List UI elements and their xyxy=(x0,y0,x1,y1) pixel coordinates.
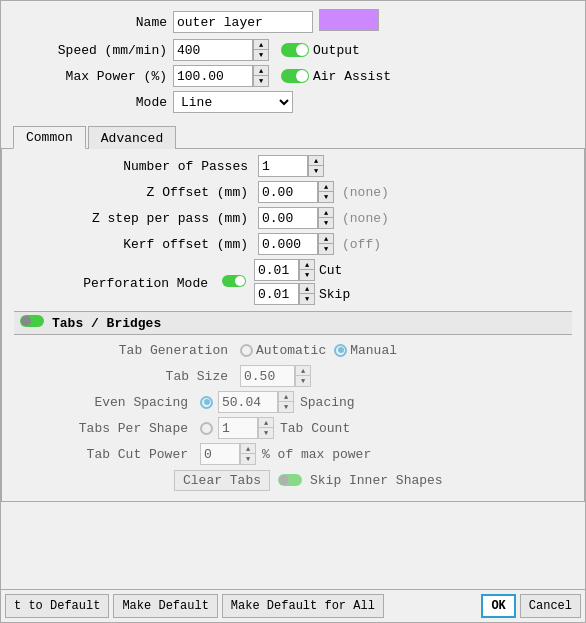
tab-cut-power-spinner[interactable]: ▲ ▼ xyxy=(240,443,256,465)
tab-advanced[interactable]: Advanced xyxy=(88,126,176,149)
tab-cut-power-input[interactable] xyxy=(200,443,240,465)
z-step-label: Z step per pass (mm) xyxy=(14,211,254,226)
tab-cut-power-unit: % of max power xyxy=(262,447,371,462)
z-offset-input[interactable] xyxy=(258,181,318,203)
tabs-per-shape-up-icon[interactable]: ▲ xyxy=(259,418,273,428)
kerf-input[interactable] xyxy=(258,233,318,255)
tab-size-up-icon[interactable]: ▲ xyxy=(296,366,310,376)
perf-cut-up-icon[interactable]: ▲ xyxy=(300,260,314,270)
make-default-all-button[interactable]: Make Default for All xyxy=(222,594,384,618)
z-step-spinner[interactable]: ▲ ▼ xyxy=(318,207,334,229)
skip-inner-toggle[interactable] xyxy=(278,474,302,486)
kerf-spinner[interactable]: ▲ ▼ xyxy=(318,233,334,255)
z-offset-spinner[interactable]: ▲ ▼ xyxy=(318,181,334,203)
speed-input[interactable] xyxy=(173,39,253,61)
tab-content-common: Number of Passes ▲ ▼ Z Offset (mm) ▲ ▼ (… xyxy=(1,149,585,502)
kerf-label: Kerf offset (mm) xyxy=(14,237,254,252)
even-spacing-up-icon[interactable]: ▲ xyxy=(279,392,293,402)
passes-up-icon[interactable]: ▲ xyxy=(309,156,323,166)
max-power-spinner[interactable]: ▲ ▼ xyxy=(253,65,269,87)
z-offset-down-icon[interactable]: ▼ xyxy=(319,192,333,202)
speed-label: Speed (mm/min) xyxy=(13,43,173,58)
tab-count-label: Tab Count xyxy=(280,421,350,436)
perf-cut-label: Cut xyxy=(319,263,342,278)
name-input[interactable] xyxy=(173,11,313,33)
speed-up-icon[interactable]: ▲ xyxy=(254,40,268,50)
cancel-button[interactable]: Cancel xyxy=(520,594,581,618)
tabs-bridges-label: Tabs / Bridges xyxy=(52,316,161,331)
speed-spinner[interactable]: ▲ ▼ xyxy=(253,39,269,61)
z-offset-label: Z Offset (mm) xyxy=(14,185,254,200)
kerf-down-icon[interactable]: ▼ xyxy=(319,244,333,254)
bottom-bar: t to Default Make Default Make Default f… xyxy=(1,589,585,622)
tab-gen-auto-label: Automatic xyxy=(256,343,326,358)
tab-cut-power-up-icon[interactable]: ▲ xyxy=(241,444,255,454)
tabs-bridges-toggle[interactable] xyxy=(20,315,44,327)
kerf-none: (off) xyxy=(342,237,381,252)
make-default-button[interactable]: Make Default xyxy=(113,594,217,618)
name-label: Name xyxy=(13,15,173,30)
spacing-label: Spacing xyxy=(300,395,355,410)
tab-size-input[interactable] xyxy=(240,365,295,387)
tabs-per-shape-spinner[interactable]: ▲ ▼ xyxy=(258,417,274,439)
z-step-down-icon[interactable]: ▼ xyxy=(319,218,333,228)
color-picker[interactable] xyxy=(319,9,379,31)
tabs-per-shape-radio[interactable] xyxy=(200,422,213,435)
kerf-up-icon[interactable]: ▲ xyxy=(319,234,333,244)
max-power-down-icon[interactable]: ▼ xyxy=(254,76,268,86)
skip-inner-label: Skip Inner Shapes xyxy=(310,473,443,488)
perf-label: Perforation Mode xyxy=(14,276,214,291)
max-power-label: Max Power (%) xyxy=(13,69,173,84)
tab-gen-auto-radio[interactable] xyxy=(240,344,253,357)
tab-gen-label: Tab Generation xyxy=(14,343,234,358)
perf-cut-down-icon[interactable]: ▼ xyxy=(300,270,314,280)
perf-skip-up-icon[interactable]: ▲ xyxy=(300,284,314,294)
speed-down-icon[interactable]: ▼ xyxy=(254,50,268,60)
reset-default-button[interactable]: t to Default xyxy=(5,594,109,618)
tab-cut-power-label: Tab Cut Power xyxy=(14,447,194,462)
passes-spinner[interactable]: ▲ ▼ xyxy=(308,155,324,177)
perf-skip-down-icon[interactable]: ▼ xyxy=(300,294,314,304)
passes-down-icon[interactable]: ▼ xyxy=(309,166,323,176)
tabs-per-shape-label: Tabs Per Shape xyxy=(14,421,194,436)
even-spacing-down-icon[interactable]: ▼ xyxy=(279,402,293,412)
z-offset-none: (none) xyxy=(342,185,389,200)
perf-skip-spinner[interactable]: ▲ ▼ xyxy=(299,283,315,305)
even-spacing-input[interactable] xyxy=(218,391,278,413)
passes-label: Number of Passes xyxy=(14,159,254,174)
tabs-per-shape-input[interactable] xyxy=(218,417,258,439)
mode-label: Mode xyxy=(13,95,173,110)
z-step-input[interactable] xyxy=(258,207,318,229)
perf-cut-input[interactable] xyxy=(254,259,299,281)
air-assist-toggle[interactable] xyxy=(281,69,309,83)
perf-toggle[interactable] xyxy=(222,275,246,287)
perf-skip-input[interactable] xyxy=(254,283,299,305)
max-power-up-icon[interactable]: ▲ xyxy=(254,66,268,76)
perf-skip-label: Skip xyxy=(319,287,350,302)
tab-gen-manual-label: Manual xyxy=(350,343,397,358)
tab-gen-manual-radio[interactable] xyxy=(334,344,347,357)
air-assist-label: Air Assist xyxy=(313,69,391,84)
output-toggle[interactable] xyxy=(281,43,309,57)
even-spacing-radio[interactable] xyxy=(200,396,213,409)
z-offset-up-icon[interactable]: ▲ xyxy=(319,182,333,192)
tab-size-spinner[interactable]: ▲ ▼ xyxy=(295,365,311,387)
passes-input[interactable] xyxy=(258,155,308,177)
tab-size-down-icon[interactable]: ▼ xyxy=(296,376,310,386)
output-label: Output xyxy=(313,43,360,58)
max-power-input[interactable] xyxy=(173,65,253,87)
tab-size-label: Tab Size xyxy=(14,369,234,384)
tabs-per-shape-down-icon[interactable]: ▼ xyxy=(259,428,273,438)
tabs-bridges-section: Tabs / Bridges xyxy=(14,311,572,335)
even-spacing-label: Even Spacing xyxy=(14,395,194,410)
tab-common[interactable]: Common xyxy=(13,126,86,149)
z-step-up-icon[interactable]: ▲ xyxy=(319,208,333,218)
tab-cut-power-down-icon[interactable]: ▼ xyxy=(241,454,255,464)
mode-select[interactable]: Line Fill Offset Fill xyxy=(173,91,293,113)
ok-button[interactable]: OK xyxy=(481,594,515,618)
clear-tabs-button[interactable]: Clear Tabs xyxy=(174,470,270,491)
z-step-none: (none) xyxy=(342,211,389,226)
perf-cut-spinner[interactable]: ▲ ▼ xyxy=(299,259,315,281)
even-spacing-spinner[interactable]: ▲ ▼ xyxy=(278,391,294,413)
